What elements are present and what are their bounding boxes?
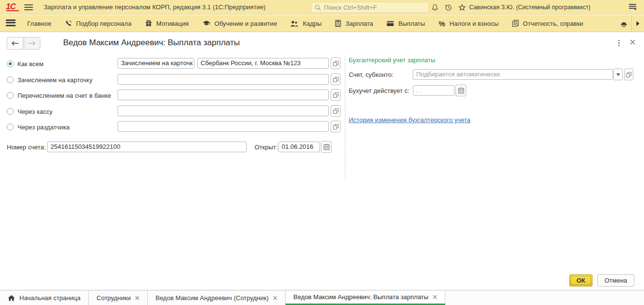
accounting-effective-label: Бухучет действует с:	[349, 87, 409, 94]
radio-selected-icon	[7, 60, 14, 67]
tab-close-icon[interactable]	[433, 295, 437, 299]
card-field[interactable]	[118, 74, 329, 85]
global-search-input[interactable]: Поиск Ctrl+Shift+F	[311, 2, 429, 13]
distributor-field[interactable]	[118, 121, 329, 132]
distributor-select-button[interactable]	[331, 121, 340, 132]
documents-icon	[512, 20, 519, 27]
chevron-down-icon	[616, 73, 620, 76]
graduation-cap-icon	[203, 20, 210, 26]
menu-item-obuchenie[interactable]: Обучение и развитие	[196, 15, 284, 32]
forward-button[interactable]	[24, 37, 40, 50]
1c-logo: 1С	[6, 2, 16, 12]
search-placeholder: Поиск Ctrl+Shift+F	[324, 4, 377, 11]
helmet-icon	[620, 20, 627, 27]
tab-vedov-sotrudnik[interactable]: Ведов Максим Андреевич (Сотрудник)	[148, 290, 286, 305]
select-icon	[333, 124, 339, 129]
more-actions-icon[interactable]	[615, 39, 623, 47]
radio-label: Через кассу	[17, 108, 52, 115]
sections-menu-icon[interactable]	[6, 19, 16, 28]
tab-label: Ведов Максим Андреевич (Сотрудник)	[155, 294, 269, 302]
bank-field[interactable]: Сбербанк России, г. Москва №123	[197, 58, 329, 69]
cancel-button[interactable]: Отмена	[597, 274, 634, 287]
radio-perechisleniem-na-schet[interactable]: Перечислением на счет в банке	[7, 91, 111, 99]
select-icon	[626, 72, 631, 77]
radio-kak-vsem[interactable]: Как всем	[7, 60, 44, 68]
account-subconto-field[interactable]: Подбирается автоматически	[413, 69, 613, 80]
menu-overflow-button[interactable]	[631, 15, 644, 32]
bank-select-button[interactable]	[331, 57, 340, 69]
payment-kind-field[interactable]: Зачислением на карточк	[118, 58, 194, 69]
radio-zachisleniem-na-kartochku[interactable]: Зачислением на карточку	[7, 76, 92, 84]
current-user[interactable]: Савинская З.Ю. (Системный программист)	[469, 4, 591, 11]
section-menubar: Главное Подбор персонала Мотивация Обуче…	[0, 15, 644, 32]
account-subconto-dropdown-button[interactable]	[613, 69, 623, 80]
radio-label: Зачислением на карточку	[17, 76, 92, 84]
right-arrow-icon	[636, 21, 640, 26]
bank-account-select-button[interactable]	[331, 89, 340, 101]
percent-icon: %	[439, 19, 445, 28]
back-button[interactable]	[7, 37, 23, 50]
opened-date-field[interactable]: 01.06.2016	[278, 142, 320, 152]
accounting-history-link[interactable]: История изменения бухгалтерского учета	[349, 116, 471, 124]
select-icon	[333, 92, 339, 98]
tab-vedov-vyplata-zarplaty[interactable]: Ведов Максим Андреевич: Выплата зарплаты	[286, 290, 445, 305]
tab-sotrudniki[interactable]: Сотрудники	[89, 290, 148, 305]
favorites-star-icon[interactable]	[458, 3, 466, 12]
calendar-icon	[323, 144, 330, 150]
history-icon[interactable]	[444, 3, 453, 12]
select-icon	[333, 61, 339, 66]
phone-icon	[65, 20, 72, 27]
menu-label: Выплаты	[398, 20, 425, 27]
cashdesk-select-button[interactable]	[331, 105, 340, 117]
form-close-icon[interactable]	[629, 39, 637, 47]
radio-cherez-kassu[interactable]: Через кассу	[7, 108, 52, 115]
card-select-button[interactable]	[331, 73, 340, 85]
tab-close-icon[interactable]	[273, 296, 277, 300]
menu-item-otchetnost[interactable]: Отчетность, справки	[506, 15, 590, 32]
menu-label: Подбор персонала	[76, 20, 132, 27]
menu-label: Главное	[27, 20, 51, 27]
radio-cherez-razdatchika[interactable]: Через раздатчика	[7, 123, 69, 131]
radio-icon	[7, 92, 14, 99]
menu-item-ohrana-truda[interactable]	[620, 15, 627, 32]
cashdesk-field[interactable]	[118, 106, 329, 116]
titlebar-menu-icon[interactable]	[628, 3, 637, 12]
titlebar: 1С Зарплата и управление персоналом КОРП…	[0, 0, 644, 15]
select-icon	[333, 108, 339, 114]
notifications-bell-icon[interactable]	[430, 3, 439, 12]
radio-label: Как всем	[17, 60, 44, 68]
account-subconto-select-button[interactable]	[624, 69, 633, 80]
radio-icon	[7, 108, 14, 115]
menu-item-nalogi[interactable]: % Налоги и взносы	[432, 15, 505, 32]
radio-label: Через раздатчика	[17, 124, 69, 131]
ok-button[interactable]: ОК	[569, 274, 593, 287]
wallet-icon	[387, 21, 394, 26]
back-arrow-icon	[11, 41, 19, 46]
calculator-icon	[335, 20, 341, 27]
panel-divider	[345, 55, 345, 178]
opened-calendar-button[interactable]	[321, 141, 332, 153]
menu-item-motivatsiya[interactable]: Мотивация	[138, 15, 196, 32]
accounting-calendar-button[interactable]	[456, 85, 466, 96]
menu-item-kadry[interactable]: Кадры	[284, 15, 328, 32]
account-number-field[interactable]: 25416115034519922100	[47, 142, 247, 152]
open-windows-tabbar: Начальная страница Сотрудники Ведов Макс…	[0, 290, 644, 305]
form-title: Ведов Максим Андреевич: Выплата зарплаты	[63, 38, 240, 48]
accounting-group-header: Бухгалтерский учет зарплаты	[349, 56, 435, 64]
app-title: Зарплата и управление персоналом КОРП, р…	[44, 3, 266, 11]
tab-label: Сотрудники	[97, 294, 131, 302]
tab-nachalnaya-stranitsa[interactable]: Начальная страница	[0, 290, 89, 305]
radio-icon	[7, 124, 14, 130]
menu-item-zarplata[interactable]: Зарплата	[328, 15, 380, 32]
gift-icon	[145, 20, 152, 27]
menu-item-vyplaty[interactable]: Выплаты	[380, 15, 432, 32]
radio-label: Перечислением на счет в банке	[17, 92, 111, 99]
menu-item-podbor-personala[interactable]: Подбор персонала	[58, 15, 138, 32]
menu-item-glavnoe[interactable]: Главное	[20, 15, 58, 32]
accounting-effective-date-field[interactable]: . .	[413, 85, 455, 96]
bank-account-field[interactable]	[118, 90, 329, 100]
tab-close-icon[interactable]	[135, 296, 139, 300]
account-number-label: Номер счета:	[7, 144, 46, 151]
system-menu-icon[interactable]	[24, 4, 33, 12]
radio-icon	[7, 76, 14, 83]
